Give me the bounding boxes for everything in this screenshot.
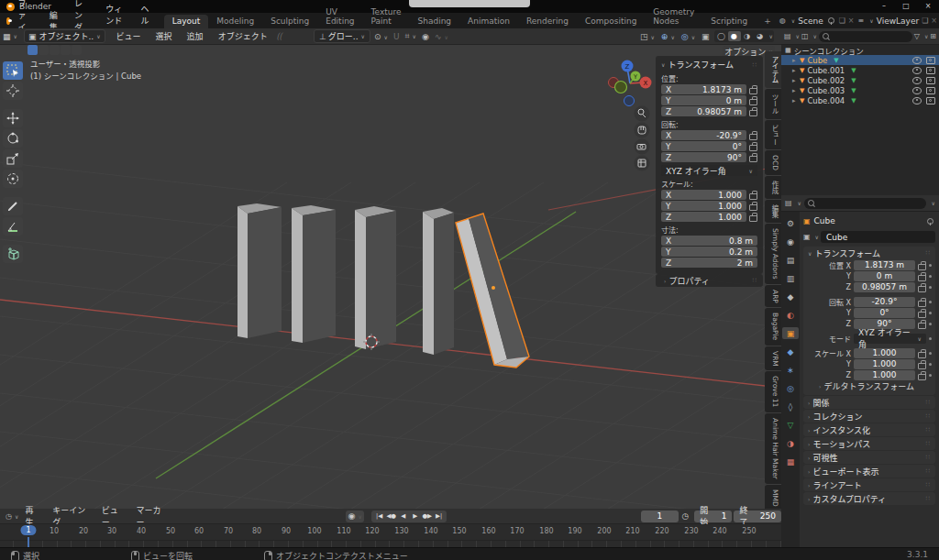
scale-field[interactable]: Z1.000 xyxy=(661,212,746,222)
domino-4[interactable] xyxy=(423,208,454,355)
prop-value-field[interactable]: 0° xyxy=(854,308,915,318)
workspace-tab[interactable]: Sculpting xyxy=(262,15,317,28)
location-field[interactable]: Z0.98057 m xyxy=(661,106,746,116)
tool-annotate[interactable] xyxy=(3,197,23,215)
disable-render-icon[interactable] xyxy=(926,97,935,104)
outliner-object-row[interactable]: ▸ ▼ Cube.003 ▼ xyxy=(781,85,939,95)
npanel-header[interactable]: ∨ トランスフォーム ∷ xyxy=(661,59,757,71)
lock-icon[interactable] xyxy=(918,352,926,358)
scale-field[interactable]: Y1.000 xyxy=(661,201,746,211)
snap-target-dropdown[interactable]: ⌗∨ xyxy=(403,31,418,41)
breadcrumb-object[interactable]: Cube xyxy=(814,216,835,225)
playback-button[interactable]: |◀ xyxy=(373,512,385,520)
lock-icon[interactable] xyxy=(749,145,757,151)
prop-value-field[interactable]: 1.000 xyxy=(854,359,915,369)
prop-value-field[interactable]: -20.9° xyxy=(854,297,915,307)
scene-selector[interactable]: ◍∨ Scene ❏ × xyxy=(779,16,855,26)
gizmo-neg-y[interactable] xyxy=(615,82,627,93)
workspace-tab[interactable]: Animation xyxy=(459,15,518,28)
delta-transform-header[interactable]: › デルタトランスフォーム xyxy=(803,380,935,392)
animate-dot-icon[interactable] xyxy=(929,352,932,355)
npanel-tab[interactable]: 編集 xyxy=(765,200,781,223)
quick-icon-1[interactable] xyxy=(39,45,49,55)
app-menu-icon[interactable] xyxy=(6,17,10,25)
disable-render-icon[interactable] xyxy=(926,77,935,84)
domino-1[interactable] xyxy=(238,203,282,338)
lock-icon[interactable] xyxy=(749,134,757,140)
npanel-tab[interactable]: OCD xyxy=(765,150,781,175)
pin-id-icon[interactable] xyxy=(927,218,933,225)
show-gizmo-toggle[interactable]: ⊕∨ xyxy=(659,32,677,41)
shading-mode-button[interactable]: ◑ xyxy=(741,31,754,41)
outliner-object-row[interactable]: ▸ ▼ Cube ▼ xyxy=(781,55,939,65)
hide-eye-icon[interactable] xyxy=(912,77,922,84)
hide-eye-icon[interactable] xyxy=(912,57,922,64)
properties-editor-icon[interactable]: ▤ xyxy=(785,199,792,207)
npanel-tab[interactable]: MMD xyxy=(765,485,781,509)
viewport-menu[interactable]: 追加 xyxy=(180,30,211,42)
timeline-editor-icon[interactable]: ◷ xyxy=(6,512,12,521)
mode-dropdown[interactable]: ▣ オブジェクト..∨ xyxy=(24,29,105,43)
hide-eye-icon[interactable] xyxy=(912,97,922,104)
new-viewlayer-icon[interactable]: ❏ xyxy=(922,16,928,25)
tool-cursor[interactable] xyxy=(3,82,23,100)
object-type-icon[interactable]: ▣ xyxy=(803,233,811,241)
tool-add-cube[interactable] xyxy=(3,245,23,263)
playback-button[interactable]: ▶| xyxy=(433,512,445,520)
workspace-tab[interactable]: Texture Paint xyxy=(363,5,410,28)
props-tab[interactable]: ◐ xyxy=(782,309,799,321)
editor-type-button[interactable]: ▦∨ xyxy=(0,32,20,41)
shading-mode-button[interactable]: ◯ xyxy=(715,31,728,41)
pan-button[interactable] xyxy=(635,123,650,138)
rotation-field[interactable]: X-20.9° xyxy=(661,130,746,140)
animate-dot-icon[interactable] xyxy=(929,312,932,314)
n-panel-properties[interactable]: › プロパティ ∷ xyxy=(656,274,763,287)
close-button[interactable]: × xyxy=(917,0,939,13)
tool-rotate[interactable] xyxy=(3,129,23,148)
animate-dot-icon[interactable] xyxy=(929,275,932,278)
properties-search-input[interactable] xyxy=(804,198,926,209)
npanel-tab[interactable]: ARP xyxy=(765,285,781,308)
npanel-tab[interactable]: アイテム xyxy=(765,51,781,88)
expand-icon[interactable]: ▸ xyxy=(792,57,800,64)
outliner-display-mode-icon[interactable]: ◫ xyxy=(801,32,809,40)
shading-dropdown[interactable]: ∨ xyxy=(769,33,773,39)
props-tab[interactable]: ◎ xyxy=(782,382,799,394)
quick-icon-4[interactable] xyxy=(72,45,82,55)
domino-5-selected[interactable] xyxy=(456,214,529,368)
playback-button[interactable]: ▶ xyxy=(409,512,421,520)
outliner-root-row[interactable]: ▦ シーンコレクション xyxy=(781,45,939,55)
section-header[interactable]: › ラインアート ∷ xyxy=(803,478,935,491)
lock-icon[interactable] xyxy=(918,323,926,329)
tool-move[interactable] xyxy=(3,109,23,127)
current-frame-field[interactable]: 1 xyxy=(641,511,678,522)
animate-dot-icon[interactable] xyxy=(929,264,932,267)
lock-icon[interactable] xyxy=(749,193,757,200)
location-field[interactable]: X1.8173 m xyxy=(661,84,746,94)
prop-value-field[interactable]: 1.000 xyxy=(854,370,915,380)
quick-icon-grid[interactable] xyxy=(28,45,38,55)
lock-icon[interactable] xyxy=(918,301,926,307)
props-tab[interactable]: ∗ xyxy=(782,364,799,376)
animate-dot-icon[interactable] xyxy=(929,337,932,340)
object-name-field[interactable]: Cube xyxy=(821,231,935,243)
playback-button[interactable]: ●▶ xyxy=(421,512,433,520)
npanel-tab[interactable]: VRM xyxy=(765,346,781,371)
viewport-menu[interactable]: 選択 xyxy=(149,30,180,42)
domino-3[interactable] xyxy=(355,206,396,349)
lock-icon[interactable] xyxy=(918,286,926,292)
location-field[interactable]: Y0 m xyxy=(661,95,746,105)
props-tab[interactable]: ◊ xyxy=(782,401,799,412)
workspace-tab[interactable]: Rendering xyxy=(518,15,577,28)
rotation-field[interactable]: Z90° xyxy=(661,152,746,162)
hide-eye-icon[interactable] xyxy=(912,87,922,94)
expand-icon[interactable]: ▸ xyxy=(792,77,800,84)
scale-field[interactable]: X1.000 xyxy=(661,190,746,200)
new-collection-icon[interactable]: ⊞ xyxy=(930,32,936,40)
dimensions-field[interactable]: Y0.2 m xyxy=(661,247,757,257)
prop-value-field[interactable]: 0 m xyxy=(854,271,915,281)
dimensions-field[interactable]: Z2 m xyxy=(661,258,757,268)
rotation-mode-dropdown[interactable]: XYZ オイラー角∨ xyxy=(661,165,757,176)
props-tab[interactable]: ◑ xyxy=(782,437,799,449)
dimensions-field[interactable]: X0.8 m xyxy=(661,236,757,246)
